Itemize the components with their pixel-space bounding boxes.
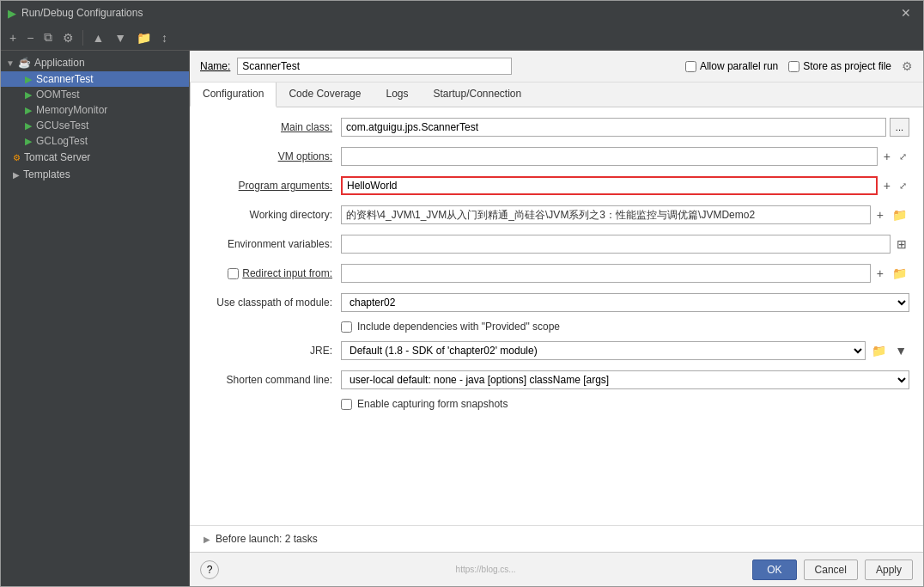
store-as-project-file-label[interactable]: Store as project file (788, 60, 891, 72)
store-as-project-file-checkbox[interactable] (788, 61, 799, 72)
tabs-row: Configuration Code Coverage Logs Startup… (190, 83, 923, 107)
help-button[interactable]: ? (200, 560, 219, 579)
gear-icon[interactable]: ⚙ (902, 59, 913, 73)
use-classpath-select[interactable]: chapter02 (341, 293, 909, 312)
vm-options-expand-button[interactable]: ⤢ (897, 151, 909, 162)
sort-button[interactable]: ↕ (158, 29, 171, 46)
form-area: Main class: ... VM options: + ⤢ (190, 107, 923, 525)
before-launch: ▶ Before launch: 2 tasks (190, 525, 923, 552)
redirect-input-wrap: + 📁 (341, 264, 909, 283)
bottom-left: ? (200, 560, 219, 579)
shorten-cmd-select[interactable]: user-local default: none - java [options… (341, 370, 909, 389)
include-dependencies-checkbox[interactable] (341, 321, 352, 333)
use-classpath-row: Use classpath of module: chapter02 (204, 291, 909, 314)
redirect-input-browse-button[interactable]: 📁 (890, 266, 909, 280)
remove-button[interactable]: − (23, 29, 37, 46)
enable-capturing-checkbox[interactable] (341, 399, 352, 410)
name-row-right: Allow parallel run Store as project file… (685, 59, 913, 73)
sidebar-item-scannertest[interactable]: ▶ ScannerTest (1, 71, 189, 87)
redirect-input-input[interactable] (341, 264, 871, 283)
bottom-bar: ? https://blog.cs... OK Cancel Apply (190, 552, 923, 586)
working-directory-label: Working directory: (204, 209, 341, 221)
tomcat-server-header[interactable]: ⚙ Tomcat Server (1, 149, 189, 166)
templates-label: Templates (23, 168, 70, 180)
sidebar-item-oomtest-label: OOMTest (36, 89, 80, 101)
folder-button[interactable]: 📁 (133, 29, 155, 46)
add-button[interactable]: + (6, 29, 20, 46)
program-arguments-input[interactable] (341, 176, 878, 195)
run-icon: ▶ (8, 7, 16, 20)
tab-logs[interactable]: Logs (374, 83, 421, 107)
jre-select[interactable]: Default (1.8 - SDK of 'chapter02' module… (341, 341, 866, 360)
right-panel: Name: Allow parallel run Store as projec… (190, 51, 923, 586)
vm-options-add-button[interactable]: + (881, 150, 893, 163)
program-arguments-expand-button[interactable]: ⤢ (897, 180, 909, 192)
allow-parallel-run-checkbox[interactable] (685, 61, 696, 72)
working-directory-add-button[interactable]: + (874, 208, 886, 222)
tomcat-icon: ⚙ (13, 153, 21, 162)
cancel-button[interactable]: Cancel (804, 559, 858, 580)
sidebar-item-gclogtest[interactable]: ▶ GCLogTest (1, 133, 189, 149)
environment-variables-input-wrap: ⊞ (341, 235, 909, 254)
application-group-label: Application (34, 57, 85, 69)
jre-label: JRE: (204, 345, 341, 357)
settings-button[interactable]: ⚙ (59, 29, 77, 46)
vm-options-input-wrap: + ⤢ (341, 147, 909, 166)
shorten-cmd-row: Shorten command line: user-local default… (204, 369, 909, 391)
gcusetest-icon: ▶ (25, 120, 32, 131)
ok-button[interactable]: OK (752, 559, 796, 580)
redirect-input-checkbox[interactable] (228, 268, 239, 279)
environment-variables-row: Environment variables: ⊞ (204, 233, 909, 255)
sidebar-item-scannertest-label: ScannerTest (36, 73, 94, 85)
program-arguments-add-button[interactable]: + (881, 179, 893, 193)
jre-dropdown-button[interactable]: ▼ (892, 344, 909, 358)
tab-code-coverage[interactable]: Code Coverage (277, 83, 374, 107)
title-bar: ▶ Run/Debug Configurations ✕ (1, 1, 923, 25)
move-up-button[interactable]: ▲ (88, 29, 107, 46)
include-dependencies-row: Include dependencies with "Provided" sco… (341, 321, 909, 333)
templates-header[interactable]: ▶ Templates (1, 166, 189, 183)
sidebar-item-memorymonitor[interactable]: ▶ MemoryMonitor (1, 102, 189, 118)
name-input[interactable] (237, 58, 512, 75)
memorymonitor-icon: ▶ (25, 105, 32, 116)
working-directory-browse-button[interactable]: 📁 (890, 208, 909, 222)
sidebar-item-oomtest[interactable]: ▶ OOMTest (1, 87, 189, 102)
jre-row: JRE: Default (1.8 - SDK of 'chapter02' m… (204, 339, 909, 362)
vm-options-label: VM options: (204, 150, 341, 162)
main-class-browse-button[interactable]: ... (890, 118, 909, 137)
enable-capturing-row: Enable capturing form snapshots (341, 398, 909, 410)
application-group-header[interactable]: ▼ ☕ Application (1, 54, 189, 71)
vm-options-row: VM options: + ⤢ (204, 145, 909, 168)
redirect-input-add-button[interactable]: + (874, 266, 886, 280)
sidebar-item-gcusetest-label: GCUseTest (36, 119, 88, 131)
shorten-cmd-label: Shorten command line: (204, 374, 341, 386)
main-class-input-wrap: ... (341, 118, 909, 137)
main-class-input[interactable] (341, 118, 886, 137)
application-arrow-icon: ▼ (6, 58, 15, 68)
application-group: ▼ ☕ Application ▶ ScannerTest ▶ OOMTest … (1, 54, 189, 149)
toolbar: + − ⧉ ⚙ ▲ ▼ 📁 ↕ (1, 25, 923, 51)
tab-configuration[interactable]: Configuration (190, 83, 277, 107)
shorten-cmd-input-wrap: user-local default: none - java [options… (341, 370, 909, 389)
tab-startup-connection[interactable]: Startup/Connection (421, 83, 534, 107)
environment-variables-browse-button[interactable]: ⊞ (894, 237, 909, 251)
oomtest-icon: ▶ (25, 89, 32, 101)
close-button[interactable]: ✕ (896, 4, 916, 21)
apply-button[interactable]: Apply (865, 559, 913, 580)
name-row: Name: Allow parallel run Store as projec… (190, 51, 923, 83)
environment-variables-input[interactable] (341, 235, 891, 254)
scannertest-icon: ▶ (25, 74, 32, 85)
move-down-button[interactable]: ▼ (111, 29, 130, 46)
jre-browse-button[interactable]: 📁 (869, 344, 889, 358)
toolbar-separator (82, 30, 83, 46)
sidebar-item-gcusetest[interactable]: ▶ GCUseTest (1, 118, 189, 133)
allow-parallel-run-label[interactable]: Allow parallel run (685, 60, 778, 72)
working-directory-row: Working directory: 的资料\4_JVM\1_JVM从入门到精通… (204, 204, 909, 226)
title-bar-left: ▶ Run/Debug Configurations (8, 7, 143, 20)
working-directory-input-wrap: 的资料\4_JVM\1_JVM从入门到精通_尚硅谷\JVM系列之3：性能监控与调… (341, 205, 909, 224)
name-label: Name: (200, 60, 230, 72)
tomcat-server-group: ⚙ Tomcat Server (1, 149, 189, 166)
watermark: https://blog.cs... (456, 565, 516, 574)
vm-options-input[interactable] (341, 147, 878, 166)
copy-button[interactable]: ⧉ (40, 28, 56, 46)
